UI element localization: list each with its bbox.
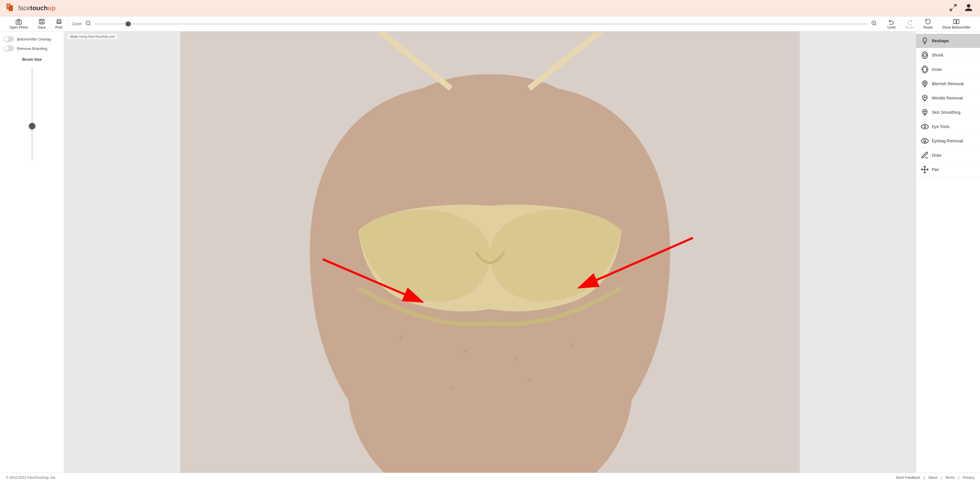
grow-icon — [921, 65, 929, 73]
right-panel: Reshape Shrink Grow — [916, 32, 980, 472]
remove-branding-toggle-row: Remove Branding — [3, 46, 60, 51]
before-after-icon — [953, 18, 959, 25]
zoom-in-icon — [871, 20, 877, 26]
tool-reshape[interactable]: Reshape — [916, 34, 980, 48]
reshape-icon — [921, 37, 929, 45]
toolbar: Open Photo Save Print Zoom — [0, 16, 980, 32]
body-image — [64, 32, 916, 472]
svg-line-19 — [875, 24, 877, 25]
brush-size-thumb[interactable] — [29, 123, 35, 129]
camera-icon — [16, 18, 22, 25]
svg-rect-8 — [39, 19, 44, 24]
user-icon — [964, 3, 973, 12]
header: facetouchup — [0, 0, 980, 16]
print-button[interactable]: Print — [51, 17, 67, 31]
zoom-label: Zoom — [72, 22, 82, 26]
fullscreen-icon — [949, 3, 957, 12]
brush-size-section: Brush Size — [3, 57, 60, 163]
zoom-in-button[interactable] — [870, 19, 878, 28]
zoom-out-button[interactable] — [84, 19, 92, 28]
shrink-icon — [921, 51, 929, 59]
reset-button[interactable]: Reset — [919, 17, 937, 31]
tool-draw[interactable]: Draw — [916, 148, 980, 163]
before-after-overlay-label: Before/After Overlay — [17, 37, 51, 41]
canvas-area[interactable]: Made Using FaceTouchUp.com — [64, 32, 916, 472]
zoom-thumb[interactable] — [126, 21, 131, 27]
tool-grow[interactable]: Grow — [916, 62, 980, 77]
save-button[interactable]: Save — [33, 17, 51, 31]
logo-text: facetouchup — [18, 5, 56, 12]
eye-tools-icon — [921, 122, 929, 131]
tool-wrinkle-removal[interactable]: Wrinkle Removal — [916, 91, 980, 105]
privacy-link[interactable]: Privacy — [963, 476, 974, 480]
undo-icon — [888, 18, 895, 25]
zoom-out-icon — [85, 20, 91, 26]
svg-point-28 — [513, 357, 516, 360]
svg-rect-20 — [954, 19, 956, 24]
reset-icon — [925, 18, 931, 25]
svg-rect-10 — [41, 22, 43, 24]
tool-eyebag-removal[interactable]: Eyebag Removal — [916, 134, 980, 148]
zoom-section: Zoom — [67, 19, 883, 28]
svg-line-4 — [954, 5, 956, 7]
terms-link[interactable]: Terms — [945, 476, 955, 480]
svg-rect-9 — [40, 19, 43, 21]
tool-blemish-removal[interactable]: Blemish Removal — [916, 77, 980, 91]
svg-rect-1 — [9, 5, 13, 11]
user-button[interactable] — [963, 2, 974, 14]
save-icon — [38, 18, 45, 25]
svg-line-15 — [89, 24, 91, 25]
svg-point-37 — [923, 53, 926, 57]
redo-button[interactable]: Redo — [901, 17, 919, 31]
before-after-overlay-toggle-row: Before/After Overlay — [3, 36, 60, 42]
svg-point-27 — [464, 350, 467, 354]
watermark: Made Using FaceTouchUp.com — [68, 34, 117, 39]
remove-branding-toggle[interactable] — [3, 46, 14, 51]
tool-shrink[interactable]: Shrink — [916, 48, 980, 62]
draw-icon — [921, 151, 929, 159]
print-icon — [56, 18, 62, 25]
toggle-thumb-2 — [4, 46, 9, 51]
footer-links: Send Feedback | About | Terms | Privacy — [896, 476, 974, 480]
tool-eye-tools[interactable]: Eye Tools — [916, 120, 980, 134]
fullscreen-button[interactable] — [948, 2, 958, 14]
svg-point-32 — [399, 336, 402, 339]
svg-line-5 — [950, 8, 953, 11]
redo-icon — [907, 18, 913, 25]
svg-point-45 — [924, 82, 926, 84]
svg-rect-12 — [58, 22, 60, 23]
brush-size-track[interactable] — [32, 67, 33, 160]
footer: © 2010-2022 FaceTouchUp, Inc. Send Feedb… — [0, 472, 980, 482]
remove-branding-label: Remove Branding — [17, 46, 47, 51]
toggle-thumb — [4, 37, 9, 41]
left-panel: Before/After Overlay Remove Branding Bru… — [0, 32, 64, 472]
svg-point-50 — [924, 126, 926, 128]
show-before-after-button[interactable]: Show Before/After — [938, 17, 975, 31]
svg-rect-21 — [957, 19, 959, 24]
svg-point-49 — [925, 111, 926, 111]
wrinkle-removal-icon — [921, 94, 929, 102]
before-after-overlay-toggle[interactable] — [3, 36, 14, 42]
eyebag-removal-icon — [921, 137, 929, 145]
undo-button[interactable]: Undo — [883, 17, 901, 31]
brush-size-slider-container — [3, 64, 60, 163]
send-feedback-link[interactable]: Send Feedback — [896, 476, 920, 480]
tool-pan[interactable]: Pan — [916, 163, 980, 177]
about-link[interactable]: About — [928, 476, 937, 480]
svg-point-51 — [924, 140, 926, 142]
open-photo-button[interactable]: Open Photo — [5, 17, 33, 31]
svg-point-48 — [924, 111, 924, 111]
tool-skin-smoothing[interactable]: Skin Smoothing — [916, 105, 980, 120]
blemish-removal-icon — [921, 80, 929, 88]
svg-point-7 — [18, 21, 19, 23]
copyright: © 2010-2022 FaceTouchUp, Inc. — [6, 476, 56, 480]
logo[interactable]: facetouchup — [6, 3, 56, 13]
zoom-slider[interactable] — [95, 23, 867, 24]
svg-point-29 — [449, 386, 452, 388]
skin-smoothing-icon — [921, 108, 929, 116]
main-area: Before/After Overlay Remove Branding Bru… — [0, 32, 980, 472]
svg-point-44 — [923, 81, 927, 86]
svg-point-30 — [528, 379, 531, 382]
pan-icon — [921, 165, 929, 174]
svg-point-31 — [571, 343, 574, 346]
